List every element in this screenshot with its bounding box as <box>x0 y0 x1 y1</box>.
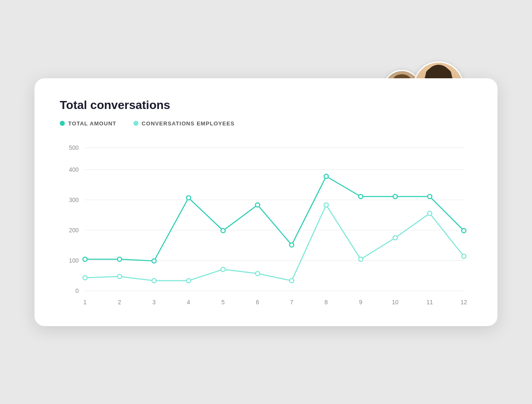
legend-item-total: TOTAL AMOUNT <box>60 120 117 127</box>
s1-dot-5 <box>221 229 225 233</box>
svg-text:0: 0 <box>75 287 79 294</box>
svg-text:200: 200 <box>69 227 79 234</box>
s1-dot-12 <box>462 229 466 233</box>
s2-dot-6 <box>255 271 260 276</box>
chart-title: Total conversations <box>60 98 472 112</box>
s1-dot-1 <box>83 257 87 261</box>
s2-dot-4 <box>186 279 191 283</box>
s2-dot-5 <box>221 267 225 271</box>
main-card: Total conversations TOTAL AMOUNT CONVERS… <box>35 78 497 326</box>
svg-text:2: 2 <box>118 299 121 306</box>
s2-dot-8 <box>324 203 328 207</box>
s1-dot-6 <box>255 203 260 207</box>
legend-label-total: TOTAL AMOUNT <box>68 120 117 127</box>
s1-dot-11 <box>428 194 432 199</box>
s2-dot-11 <box>428 211 432 215</box>
svg-text:3: 3 <box>152 299 156 306</box>
chart-area: 0 100 200 300 400 500 1 2 3 4 5 6 7 8 9 … <box>60 139 472 301</box>
svg-text:12: 12 <box>460 299 467 306</box>
s1-dot-8 <box>324 174 328 178</box>
s1-dot-2 <box>117 257 122 261</box>
s2-dot-1 <box>83 276 87 280</box>
series1-line <box>85 176 464 261</box>
svg-text:500: 500 <box>69 144 79 151</box>
s1-dot-10 <box>393 194 397 199</box>
svg-text:100: 100 <box>69 257 79 264</box>
svg-text:6: 6 <box>256 299 259 306</box>
svg-text:1: 1 <box>83 299 87 306</box>
s1-dot-7 <box>290 243 294 247</box>
s2-dot-3 <box>152 279 156 283</box>
svg-text:8: 8 <box>325 299 328 306</box>
legend-dot-total <box>60 121 65 126</box>
chart-legend: TOTAL AMOUNT CONVERSATIONS EMPLOYEES <box>60 120 472 127</box>
svg-text:9: 9 <box>359 299 362 306</box>
series2-line <box>85 205 464 281</box>
svg-text:5: 5 <box>221 299 225 306</box>
line-chart: 0 100 200 300 400 500 1 2 3 4 5 6 7 8 9 … <box>60 139 472 299</box>
card-wrapper: Total conversations TOTAL AMOUNT CONVERS… <box>35 78 497 326</box>
s1-dot-4 <box>186 196 191 200</box>
s1-dot-9 <box>359 194 363 199</box>
s2-dot-7 <box>290 279 294 283</box>
s1-dot-3 <box>152 259 156 263</box>
svg-text:11: 11 <box>426 299 433 306</box>
svg-text:10: 10 <box>392 299 399 306</box>
s2-dot-2 <box>117 274 122 279</box>
svg-text:400: 400 <box>69 166 79 173</box>
legend-dot-employees <box>133 121 138 126</box>
svg-text:300: 300 <box>69 197 79 203</box>
s2-dot-9 <box>359 257 363 261</box>
s2-dot-12 <box>462 254 466 258</box>
legend-label-employees: CONVERSATIONS EMPLOYEES <box>142 120 235 127</box>
svg-text:4: 4 <box>187 299 190 306</box>
svg-text:7: 7 <box>290 299 293 306</box>
s2-dot-10 <box>393 236 397 240</box>
legend-item-employees: CONVERSATIONS EMPLOYEES <box>133 120 235 127</box>
